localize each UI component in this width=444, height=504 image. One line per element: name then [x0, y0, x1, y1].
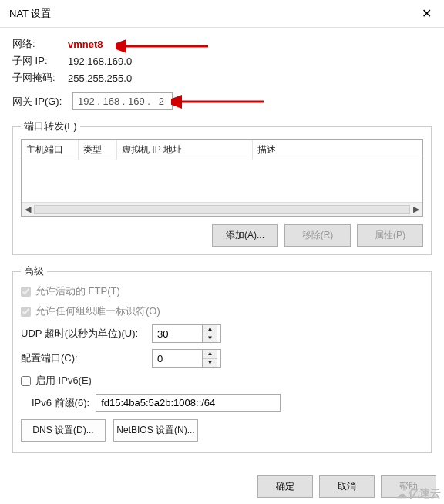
stepper-down-icon[interactable]: ▼	[203, 359, 217, 368]
advanced-group: 高级 允许活动的 FTP(T) 允许任何组织唯一标识符(O) UDP 超时(以秒…	[12, 264, 432, 453]
network-value: vmnet8	[68, 39, 103, 50]
stepper-down-icon[interactable]: ▼	[203, 334, 217, 343]
ftp-checkbox[interactable]: 允许活动的 FTP(T)	[21, 284, 120, 298]
scroll-right-icon[interactable]: ▶	[410, 204, 422, 214]
ipv6-prefix-input[interactable]	[96, 394, 281, 412]
dns-settings-button[interactable]: DNS 设置(D)...	[21, 419, 106, 442]
horizontal-scrollbar[interactable]: ◀ ▶	[22, 202, 422, 216]
port-forward-table[interactable]: 主机端口 类型 虚拟机 IP 地址 描述 ◀ ▶	[21, 139, 423, 217]
orgid-checkbox[interactable]: 允许任何组织唯一标识符(O)	[21, 304, 160, 318]
help-button[interactable]: 帮助	[381, 475, 436, 498]
ipv6-checkbox-label: 启用 IPv6(E)	[35, 374, 92, 388]
network-label: 网络:	[12, 37, 68, 51]
add-button[interactable]: 添加(A)...	[212, 224, 278, 247]
col-type[interactable]: 类型	[79, 140, 117, 160]
ftp-checkbox-input[interactable]	[21, 287, 31, 297]
scroll-left-icon[interactable]: ◀	[22, 204, 34, 214]
ipv6-prefix-label: IPv6 前缀(6):	[32, 396, 89, 410]
advanced-legend: 高级	[21, 264, 47, 278]
stepper-up-icon[interactable]: ▲	[203, 350, 217, 359]
subnet-mask-label: 子网掩码:	[12, 71, 68, 85]
ftp-checkbox-label: 允许活动的 FTP(T)	[35, 284, 120, 298]
udp-timeout-label: UDP 超时(以秒为单位)(U):	[21, 327, 152, 341]
gateway-label: 网关 IP(G):	[12, 95, 72, 109]
config-port-input[interactable]	[153, 350, 202, 367]
gateway-input[interactable]	[72, 92, 173, 110]
scroll-track[interactable]	[34, 205, 410, 214]
col-desc[interactable]: 描述	[253, 140, 422, 160]
config-port-label: 配置端口(C):	[21, 351, 152, 365]
stepper-up-icon[interactable]: ▲	[203, 325, 217, 334]
ok-button[interactable]: 确定	[257, 475, 313, 498]
orgid-checkbox-label: 允许任何组织唯一标识符(O)	[35, 304, 160, 318]
cancel-button[interactable]: 取消	[319, 475, 375, 498]
table-body-empty	[22, 160, 422, 202]
netbios-settings-button[interactable]: NetBIOS 设置(N)...	[113, 419, 198, 442]
subnet-ip-value: 192.168.169.0	[68, 55, 132, 67]
subnet-ip-label: 子网 IP:	[12, 54, 68, 68]
properties-button[interactable]: 属性(P)	[357, 224, 423, 247]
window-title: NAT 设置	[9, 7, 51, 21]
config-port-stepper[interactable]: ▲▼	[152, 349, 221, 368]
col-host-port[interactable]: 主机端口	[22, 140, 79, 160]
ipv6-checkbox-input[interactable]	[21, 376, 31, 386]
port-forward-group: 端口转发(F) 主机端口 类型 虚拟机 IP 地址 描述 ◀ ▶ 添加(A)..…	[12, 119, 432, 255]
udp-timeout-stepper[interactable]: ▲▼	[152, 324, 221, 343]
ipv6-checkbox[interactable]: 启用 IPv6(E)	[21, 374, 92, 388]
port-forward-legend: 端口转发(F)	[21, 119, 80, 133]
orgid-checkbox-input[interactable]	[21, 307, 31, 317]
col-vm-ip[interactable]: 虚拟机 IP 地址	[117, 140, 253, 160]
subnet-mask-value: 255.255.255.0	[68, 72, 132, 84]
remove-button[interactable]: 移除(R)	[284, 224, 351, 247]
close-icon[interactable]: ✕	[417, 5, 436, 22]
udp-timeout-input[interactable]	[153, 325, 202, 342]
